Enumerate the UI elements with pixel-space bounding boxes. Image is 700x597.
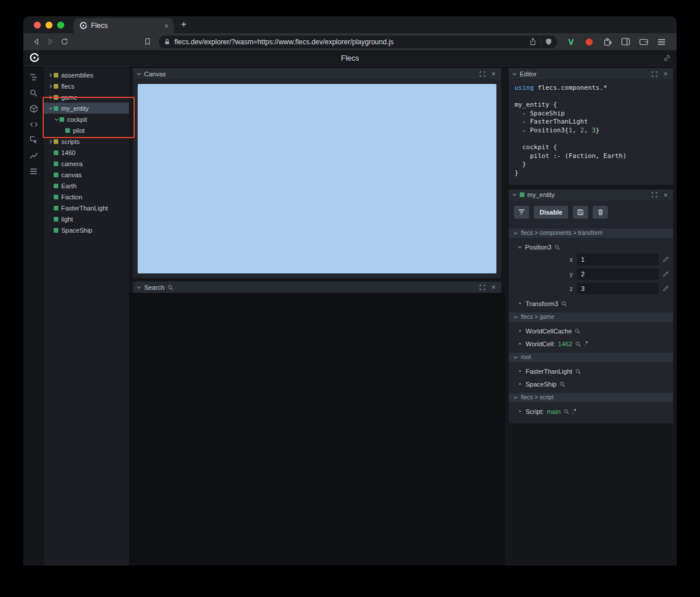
search-magnifier-icon[interactable] [167,285,173,290]
chevron-down-icon[interactable] [513,315,518,319]
address-bar[interactable]: flecs.dev/explorer/?wasm=https://www.fle… [159,36,557,48]
tree-item-my_entity[interactable]: my_entity [44,103,129,114]
close-window-button[interactable] [34,22,41,29]
save-icon-button[interactable] [573,206,588,219]
forward-icon[interactable] [43,35,57,49]
chevron-down-icon[interactable] [517,245,522,250]
disable-button[interactable]: Disable [534,206,568,219]
bullet-dot-icon [519,410,521,412]
canvas-viewport[interactable] [138,84,496,273]
menu-icon[interactable] [656,36,667,48]
chevron-right-icon[interactable] [47,73,54,78]
share-icon[interactable] [529,38,537,45]
chevron-down-icon[interactable] [513,355,518,360]
reload-icon[interactable] [57,35,71,49]
chevron-down-icon[interactable] [47,106,54,111]
tree-item-flecs[interactable]: flecs [44,80,129,92]
chevron-down-icon[interactable] [512,72,517,76]
tree-item-game[interactable]: game [44,92,129,103]
query-magnifier-icon[interactable] [554,244,560,250]
component-row-Transform3[interactable]: Transform3 [509,300,673,307]
chevron-right-icon[interactable] [47,95,54,100]
back-icon[interactable] [29,35,43,49]
recorder-red-dot-icon[interactable] [583,36,595,48]
bookmark-icon[interactable] [141,36,154,48]
chevron-right-icon[interactable] [47,139,54,144]
chevron-down-icon[interactable] [136,72,141,76]
query-magnifier-icon[interactable] [575,328,580,334]
close-icon[interactable]: × [489,70,498,78]
code-icon[interactable] [27,119,40,129]
chevron-down-icon[interactable] [513,231,518,236]
bullet-dot-icon [519,330,521,332]
code-area[interactable]: using flecs.components.* my_entity { - S… [509,79,673,185]
close-icon[interactable]: × [662,70,670,78]
field-value-input-x[interactable] [577,254,659,265]
component-section-header[interactable]: root [509,353,673,362]
share-link-icon[interactable] [663,54,671,62]
tree-item-canvas[interactable]: canvas [44,169,129,180]
search-icon[interactable] [27,87,40,98]
tree-item-cockpit[interactable]: cockpit [44,114,129,125]
edit-pencil-icon[interactable] [663,285,669,292]
expand-icon[interactable] [478,71,487,77]
delete-icon-button[interactable] [593,206,608,219]
chevron-right-icon[interactable] [47,84,54,89]
minimize-window-button[interactable] [46,22,52,29]
tree-item-camera[interactable]: camera [44,158,129,169]
shield-icon[interactable] [545,38,552,45]
edit-pencil-icon[interactable] [663,256,669,262]
tree-item-pilot[interactable]: pilot [44,125,129,136]
vimium-v-icon[interactable]: V [565,36,577,48]
log-list-icon[interactable] [27,166,40,177]
query-magnifier-icon[interactable] [575,368,581,374]
edit-pencil-icon[interactable] [663,271,669,277]
component-row-FasterThanLight[interactable]: FasterThanLight [509,368,673,375]
component-row-Position3[interactable]: Position3 [509,244,673,251]
zoom-window-button[interactable] [57,22,64,29]
component-section-header[interactable]: flecs > game [509,312,673,322]
extensions-puzzle-icon[interactable] [601,36,613,48]
tree-item-Faction[interactable]: Faction [44,191,129,202]
tree-item-light[interactable]: light [44,213,129,224]
tree-item-scripts[interactable]: scripts [44,136,129,147]
expand-icon[interactable] [650,192,659,198]
tree-item-SpaceShip[interactable]: SpaceShip [44,224,129,236]
wallet-icon[interactable] [638,36,649,48]
field-value-input-y[interactable] [577,268,659,280]
side-panel-icon[interactable] [620,36,631,48]
tab-close-icon[interactable]: × [164,22,169,30]
chevron-down-icon[interactable] [53,117,60,122]
close-icon[interactable]: × [662,191,670,199]
chevron-down-icon[interactable] [136,285,141,290]
component-row-SpaceShip[interactable]: SpaceShip [509,381,673,388]
browser-tab[interactable]: Flecs × [74,18,174,33]
url-text[interactable]: flecs.dev/explorer/?wasm=https://www.fle… [174,38,525,46]
component-section-header[interactable]: flecs > script [509,393,673,402]
query-magnifier-icon[interactable] [561,301,567,307]
expand-icon[interactable] [650,71,659,77]
tree-item-1460[interactable]: 1460 [44,147,129,158]
outline-tree-icon[interactable] [27,72,40,82]
stats-chart-icon[interactable] [27,150,40,161]
component-row-WorldCell[interactable]: WorldCell:1462.* [509,340,673,347]
tree-item-Earth[interactable]: Earth [44,180,129,191]
field-value-input-z[interactable] [577,283,659,294]
close-icon[interactable]: × [489,283,498,291]
new-tab-button[interactable]: + [181,19,187,30]
query-magnifier-icon[interactable] [564,409,569,415]
component-row-WorldCellCache[interactable]: WorldCellCache [509,328,673,335]
chevron-down-icon[interactable] [513,395,518,400]
chevron-down-icon[interactable] [512,192,517,197]
component-section-path: flecs > components > transform [521,230,603,236]
filter-button[interactable] [514,206,529,219]
component-section-header[interactable]: flecs > components > transform [509,229,673,238]
query-magnifier-icon[interactable] [559,381,565,387]
entities-cube-icon[interactable] [27,103,40,114]
query-magnifier-icon[interactable] [575,341,581,347]
component-row-Script[interactable]: Script:main.* [509,408,673,415]
inspect-cursor-icon[interactable] [27,135,40,145]
tree-item-FasterThanLight[interactable]: FasterThanLight [44,202,129,213]
tree-item-assemblies[interactable]: assemblies [44,69,129,80]
expand-icon[interactable] [478,285,487,290]
